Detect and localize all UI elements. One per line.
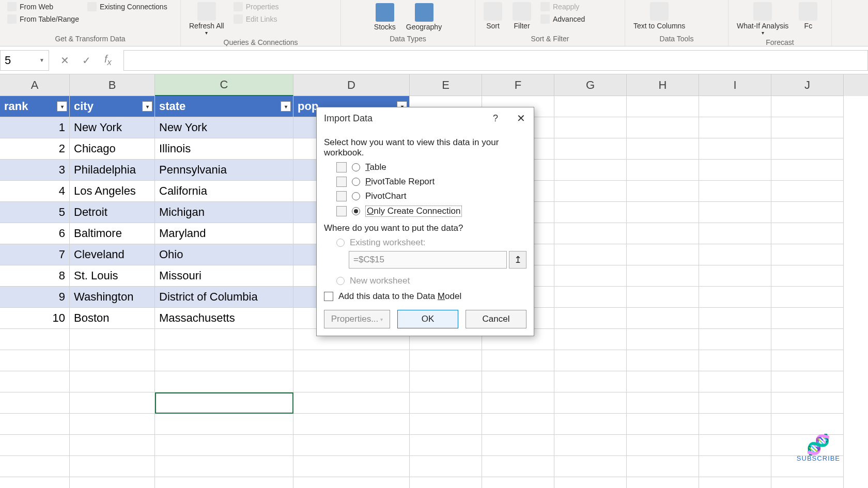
empty-cell[interactable] (699, 371, 771, 392)
empty-cell[interactable] (554, 117, 627, 138)
cell-state[interactable]: California (155, 181, 293, 202)
empty-cell[interactable] (0, 477, 70, 488)
empty-cell[interactable] (554, 244, 627, 265)
cell-state[interactable]: District of Columbia (155, 287, 293, 308)
empty-cell[interactable] (155, 414, 293, 435)
empty-cell[interactable] (627, 181, 699, 202)
cell-rank[interactable]: 6 (0, 223, 70, 244)
formula-input[interactable] (123, 50, 868, 71)
cell-state[interactable]: New York (155, 117, 293, 138)
empty-cell[interactable] (70, 371, 155, 392)
empty-cell[interactable] (627, 223, 699, 244)
empty-cell[interactable] (699, 96, 771, 117)
empty-cell[interactable] (410, 414, 482, 435)
filter-dropdown-icon[interactable]: ▾ (57, 101, 67, 112)
empty-cell[interactable] (554, 308, 627, 329)
col-header-H[interactable]: H (627, 74, 699, 96)
empty-cell[interactable] (554, 371, 627, 392)
empty-cell[interactable] (70, 350, 155, 371)
empty-cell[interactable] (771, 392, 844, 414)
what-if-button[interactable]: What-If Analysis▾ (734, 1, 792, 37)
empty-cell[interactable] (482, 435, 554, 456)
empty-cell[interactable] (482, 456, 554, 477)
cell-rank[interactable]: 7 (0, 244, 70, 265)
empty-cell[interactable] (699, 456, 771, 477)
empty-cell[interactable] (70, 414, 155, 435)
empty-cell[interactable] (771, 265, 844, 287)
cell-state[interactable]: Michigan (155, 202, 293, 223)
empty-cell[interactable] (0, 414, 70, 435)
col-header-E[interactable]: E (410, 74, 482, 96)
empty-cell[interactable] (482, 392, 554, 414)
stocks-button[interactable]: Stocks (371, 2, 399, 32)
sort-button[interactable]: Sort (481, 1, 505, 31)
forecast-sheet-button[interactable]: Fc (796, 1, 820, 31)
empty-cell[interactable] (293, 350, 410, 371)
empty-cell[interactable] (70, 477, 155, 488)
cell-rank[interactable]: 4 (0, 181, 70, 202)
empty-cell[interactable] (771, 287, 844, 308)
cell-city[interactable]: Washington (70, 287, 155, 308)
empty-cell[interactable] (771, 96, 844, 117)
empty-cell[interactable] (627, 287, 699, 308)
empty-cell[interactable] (699, 287, 771, 308)
empty-cell[interactable] (0, 456, 70, 477)
empty-cell[interactable] (627, 265, 699, 287)
empty-cell[interactable] (155, 329, 293, 350)
empty-cell[interactable] (293, 477, 410, 488)
cell-state[interactable]: Missouri (155, 265, 293, 287)
empty-cell[interactable] (627, 414, 699, 435)
empty-cell[interactable] (0, 329, 70, 350)
filter-dropdown-icon[interactable]: ▾ (281, 101, 291, 112)
col-header-J[interactable]: J (771, 74, 844, 96)
empty-cell[interactable] (627, 138, 699, 160)
empty-cell[interactable] (410, 350, 482, 371)
empty-cell[interactable] (293, 392, 410, 414)
empty-cell[interactable] (0, 435, 70, 456)
empty-cell[interactable] (699, 202, 771, 223)
empty-cell[interactable] (627, 96, 699, 117)
empty-cell[interactable] (699, 265, 771, 287)
empty-cell[interactable] (482, 371, 554, 392)
empty-cell[interactable] (554, 138, 627, 160)
empty-cell[interactable] (771, 244, 844, 265)
empty-cell[interactable] (554, 265, 627, 287)
empty-cell[interactable] (554, 477, 627, 488)
empty-cell[interactable] (771, 223, 844, 244)
empty-cell[interactable] (70, 329, 155, 350)
empty-cell[interactable] (155, 435, 293, 456)
empty-cell[interactable] (554, 223, 627, 244)
empty-cell[interactable] (699, 308, 771, 329)
empty-cell[interactable] (293, 456, 410, 477)
empty-cell[interactable] (627, 371, 699, 392)
radio-table[interactable] (352, 163, 360, 171)
col-header-B[interactable]: B (70, 74, 155, 96)
empty-cell[interactable] (627, 244, 699, 265)
table-header-city[interactable]: city▾ (70, 96, 155, 117)
empty-cell[interactable] (410, 477, 482, 488)
from-web-button[interactable]: From Web (5, 1, 81, 12)
empty-cell[interactable] (293, 435, 410, 456)
col-header-D[interactable]: D (293, 74, 410, 96)
cell-rank[interactable]: 1 (0, 117, 70, 138)
cell-city[interactable]: Los Angeles (70, 181, 155, 202)
empty-cell[interactable] (771, 138, 844, 160)
empty-cell[interactable] (0, 392, 70, 414)
name-box[interactable]: 5▼ (0, 50, 49, 71)
geography-button[interactable]: Geography (403, 2, 445, 32)
empty-cell[interactable] (554, 456, 627, 477)
cell-city[interactable]: St. Louis (70, 265, 155, 287)
cell-rank[interactable]: 2 (0, 138, 70, 160)
table-header-rank[interactable]: rank▾ (0, 96, 70, 117)
cell-city[interactable]: Chicago (70, 138, 155, 160)
cell-state[interactable]: Maryland (155, 223, 293, 244)
text-to-columns-button[interactable]: Text to Columns (630, 1, 688, 31)
empty-cell[interactable] (699, 329, 771, 350)
range-picker-button[interactable]: ↥ (509, 251, 526, 269)
empty-cell[interactable] (155, 371, 293, 392)
cell-rank[interactable]: 8 (0, 265, 70, 287)
empty-cell[interactable] (627, 477, 699, 488)
empty-cell[interactable] (699, 392, 771, 414)
cancel-button[interactable]: Cancel (466, 310, 526, 328)
cell-city[interactable]: Baltimore (70, 223, 155, 244)
